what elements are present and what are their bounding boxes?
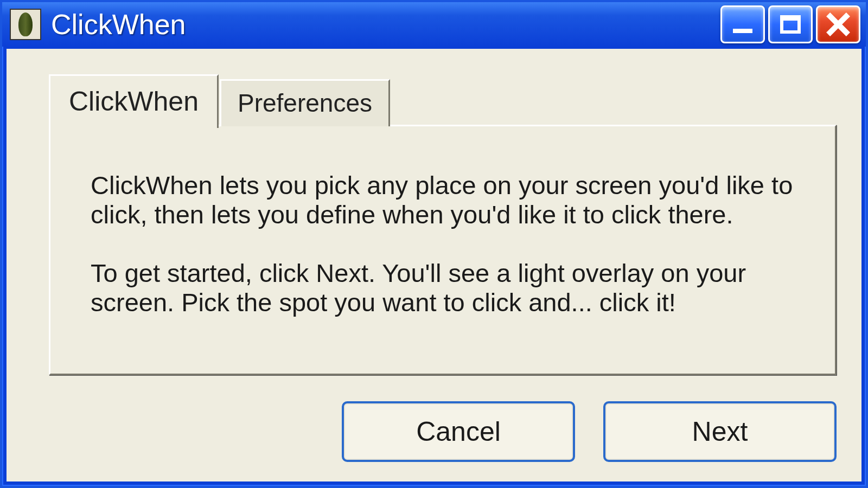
tab-container: ClickWhen Preferences ClickWhen lets you… — [49, 74, 837, 377]
minimize-button[interactable] — [720, 5, 765, 43]
dialog-button-row: Cancel Next — [342, 401, 837, 462]
intro-paragraph-2: To get started, click Next. You'll see a… — [91, 259, 795, 317]
next-button[interactable]: Next — [603, 401, 837, 462]
close-icon — [826, 12, 850, 36]
app-window: ClickWhen ClickWhen Preferences — [0, 0, 868, 488]
maximize-icon — [780, 15, 801, 34]
intro-paragraph-1: ClickWhen lets you pick any place on you… — [91, 171, 795, 229]
window-title: ClickWhen — [51, 8, 720, 41]
client-area: ClickWhen Preferences ClickWhen lets you… — [7, 49, 861, 481]
app-icon — [10, 9, 41, 40]
cancel-button[interactable]: Cancel — [342, 401, 575, 462]
close-button[interactable] — [816, 5, 860, 43]
window-controls — [720, 5, 860, 43]
tab-panel: ClickWhen lets you pick any place on you… — [49, 125, 837, 375]
titlebar[interactable]: ClickWhen — [2, 2, 866, 47]
maximize-button[interactable] — [768, 5, 813, 43]
tab-preferences[interactable]: Preferences — [220, 79, 390, 126]
tab-clickwhen[interactable]: ClickWhen — [49, 74, 219, 128]
minimize-icon — [733, 29, 752, 33]
tab-row: ClickWhen Preferences — [49, 74, 837, 126]
